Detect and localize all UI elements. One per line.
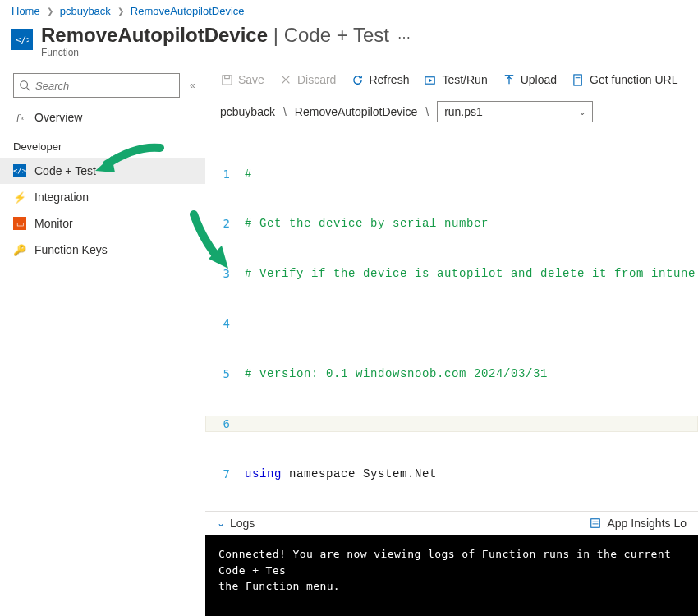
svg-line-2 [27, 88, 30, 91]
code-icon: </> [13, 164, 26, 177]
sidebar-item-label: Overview [34, 111, 82, 124]
breadcrumb-pcbuyback[interactable]: pcbuyback [60, 5, 111, 17]
chevron-down-icon: ⌄ [217, 517, 225, 529]
sidebar-item-code-test[interactable]: </> Code + Test [0, 158, 205, 184]
monitor-icon: ▭ [13, 217, 26, 230]
content: Save Discard Refresh Test/Run Upload Get… [205, 67, 698, 616]
play-icon [424, 73, 437, 86]
logs-console[interactable]: Connected! You are now viewing logs of F… [205, 535, 698, 616]
title-sub: Code + Test [284, 24, 389, 46]
file-path-bar: pcbuyback \ RemoveAutopilotDevice \ run.… [205, 93, 698, 132]
app-insights-label: App Insights Lo [607, 517, 687, 530]
search-icon [19, 80, 30, 91]
function-icon: </> [11, 29, 33, 50]
breadcrumb-home[interactable]: Home [11, 5, 40, 17]
toolbar-label: Refresh [369, 73, 409, 86]
collapse-sidebar-button[interactable]: « [186, 76, 199, 94]
sidebar-item-label: Function Keys [34, 243, 108, 256]
code-editor[interactable]: 1# 2# Get the device by serial number 3#… [205, 132, 698, 511]
upload-icon [503, 73, 516, 86]
logs-label: Logs [230, 517, 255, 530]
key-icon: 🔑 [13, 243, 26, 256]
sidebar-item-integration[interactable]: ⚡ Integration [0, 184, 205, 210]
toolbar-label: Discard [297, 73, 336, 86]
sidebar-search[interactable] [13, 73, 180, 98]
refresh-button[interactable]: Refresh [351, 73, 409, 86]
path-part: pcbuyback [220, 105, 275, 118]
sidebar-section-developer: Developer [0, 131, 205, 158]
sidebar: « ƒx Overview Developer </> Code + Test … [0, 67, 205, 616]
title-main: RemoveAutopilotDevice [41, 24, 268, 46]
app-insights-log-button[interactable]: App Insights Lo [589, 517, 687, 530]
chevron-down-icon: ⌄ [579, 108, 585, 117]
upload-button[interactable]: Upload [503, 73, 557, 86]
svg-point-1 [21, 81, 28, 89]
page-title: RemoveAutopilotDevice | Code + Test [41, 24, 389, 47]
path-part: RemoveAutopilotDevice [295, 105, 417, 118]
sidebar-item-monitor[interactable]: ▭ Monitor [0, 210, 205, 237]
discard-button[interactable]: Discard [279, 73, 336, 86]
overview-icon: ƒx [13, 111, 26, 124]
sidebar-item-label: Monitor [34, 217, 73, 230]
toolbar-label: Upload [521, 73, 557, 86]
console-text: Connected! You are now viewing logs of F… [218, 548, 677, 592]
svg-rect-4 [224, 75, 229, 78]
path-sep: \ [425, 105, 429, 118]
svg-rect-3 [222, 75, 231, 84]
breadcrumb: Home ❯ pcbuyback ❯ RemoveAutopilotDevice [0, 0, 698, 21]
page-header: </> RemoveAutopilotDevice | Code + Test … [0, 21, 698, 67]
svg-text:</>: </> [16, 34, 29, 45]
save-icon [220, 73, 233, 86]
chevron-right-icon: ❯ [47, 7, 53, 16]
toolbar-label: Get function URL [590, 73, 677, 86]
path-sep: \ [283, 105, 287, 118]
toolbar-label: Save [238, 73, 264, 86]
chevron-right-icon: ❯ [117, 7, 124, 16]
toolbar-label: Test/Run [442, 73, 487, 86]
more-actions-button[interactable]: ⋯ [393, 30, 416, 45]
page-subtitle: Function [41, 47, 416, 58]
search-input[interactable] [35, 80, 174, 92]
sidebar-item-function-keys[interactable]: 🔑 Function Keys [0, 237, 205, 263]
sidebar-item-label: Code + Test [34, 164, 96, 177]
discard-icon [279, 73, 292, 86]
test-run-button[interactable]: Test/Run [424, 73, 487, 86]
sidebar-item-label: Integration [34, 191, 89, 204]
logs-header: ⌄ Logs App Insights Lo [205, 511, 698, 535]
lightning-icon: ⚡ [13, 191, 26, 204]
save-button[interactable]: Save [220, 73, 264, 86]
sidebar-item-overview[interactable]: ƒx Overview [0, 104, 205, 131]
breadcrumb-leaf[interactable]: RemoveAutopilotDevice [131, 5, 245, 17]
file-select-value: run.ps1 [444, 105, 483, 118]
logs-toggle[interactable]: ⌄ Logs [217, 517, 255, 530]
insights-icon [589, 517, 602, 530]
svg-rect-13 [591, 519, 600, 528]
refresh-icon [351, 73, 364, 86]
file-select-dropdown[interactable]: run.ps1 ⌄ [437, 101, 593, 122]
toolbar: Save Discard Refresh Test/Run Upload Get… [205, 67, 698, 93]
url-icon [572, 73, 585, 86]
title-sep: | [268, 24, 284, 46]
get-function-url-button[interactable]: Get function URL [572, 73, 677, 86]
